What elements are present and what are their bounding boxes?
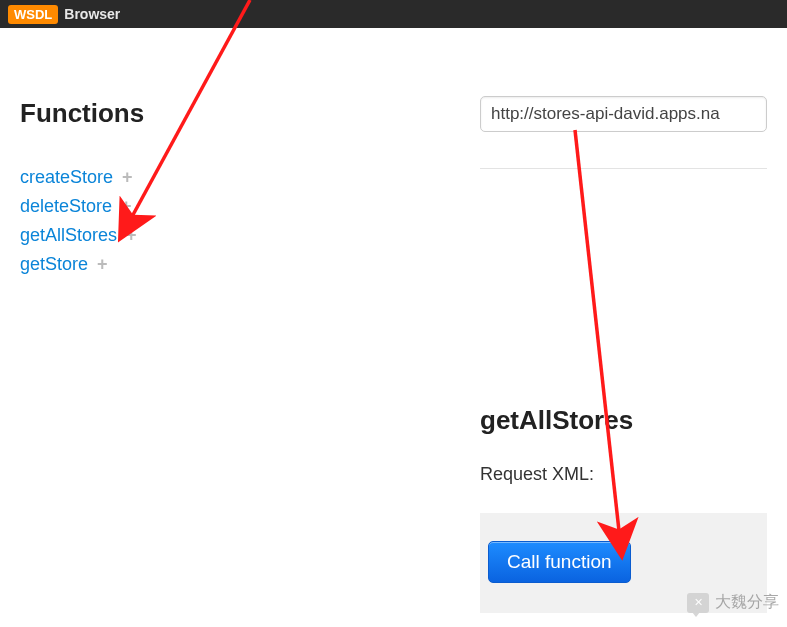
functions-heading: Functions xyxy=(20,98,250,129)
function-link-getAllStores[interactable]: getAllStores xyxy=(20,225,117,245)
list-item: getStore + xyxy=(20,254,250,275)
request-xml-label: Request XML: xyxy=(480,464,787,485)
watermark-text: 大魏分享 xyxy=(715,592,779,613)
plus-icon[interactable]: + xyxy=(126,225,137,245)
list-item: deleteStore + xyxy=(20,196,250,217)
topbar: WSDL Browser xyxy=(0,0,787,28)
plus-icon[interactable]: + xyxy=(121,196,132,216)
function-link-deleteStore[interactable]: deleteStore xyxy=(20,196,112,216)
sidebar: Functions createStore + deleteStore + ge… xyxy=(0,68,250,613)
wechat-icon: ✕ xyxy=(687,593,709,613)
divider xyxy=(480,168,767,169)
main-panel: getAllStores Request XML: Call function xyxy=(250,68,787,613)
selected-function-heading: getAllStores xyxy=(480,405,787,436)
wsdl-url-input[interactable] xyxy=(480,96,767,132)
list-item: getAllStores + xyxy=(20,225,250,246)
content: Functions createStore + deleteStore + ge… xyxy=(0,28,787,613)
plus-icon[interactable]: + xyxy=(122,167,133,187)
list-item: createStore + xyxy=(20,167,250,188)
function-list: createStore + deleteStore + getAllStores… xyxy=(20,167,250,275)
function-link-createStore[interactable]: createStore xyxy=(20,167,113,187)
watermark: ✕ 大魏分享 xyxy=(687,592,779,613)
call-function-button[interactable]: Call function xyxy=(488,541,631,583)
topbar-title: Browser xyxy=(64,6,120,22)
plus-icon[interactable]: + xyxy=(97,254,108,274)
function-link-getStore[interactable]: getStore xyxy=(20,254,88,274)
wsdl-badge: WSDL xyxy=(8,5,58,24)
